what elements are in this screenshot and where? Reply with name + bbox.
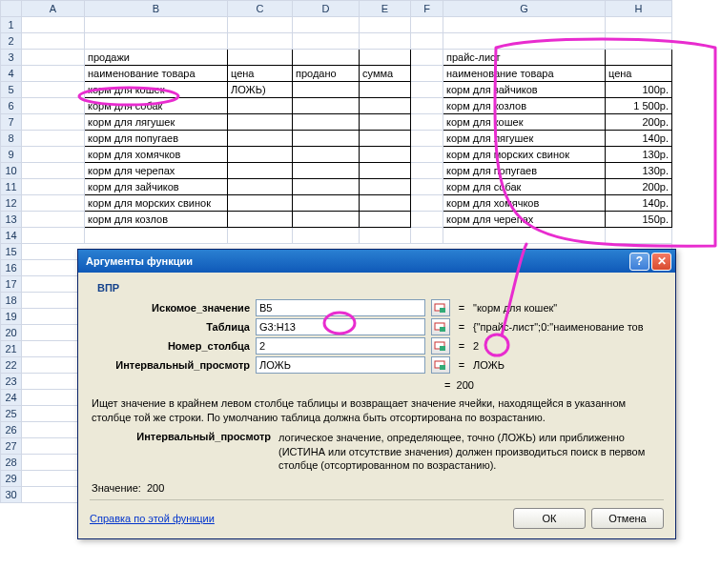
formula-result-row: = 200 xyxy=(90,379,664,391)
col-header-G[interactable]: G xyxy=(443,1,606,17)
cell-C5[interactable]: ЛОЖЬ) xyxy=(228,82,293,98)
close-button[interactable]: ✕ xyxy=(651,253,671,271)
cell-B5[interactable]: корм для кошек xyxy=(85,82,228,98)
svg-rect-7 xyxy=(440,365,445,370)
row-header[interactable]: 29 xyxy=(1,471,22,487)
arg4-input[interactable] xyxy=(256,356,425,374)
cell-H10[interactable]: 130р. xyxy=(606,163,672,179)
cell-G10[interactable]: корм для попугаев xyxy=(443,163,606,179)
cell-B11[interactable]: корм для зайчиков xyxy=(85,179,228,195)
cell-G7[interactable]: корм для кошек xyxy=(443,114,606,131)
arg3-result: 2 xyxy=(473,340,479,352)
cell-B9[interactable]: корм для хомячков xyxy=(85,147,228,163)
cell-G5[interactable]: корм для зайчиков xyxy=(443,82,606,98)
col-header-D[interactable]: D xyxy=(293,1,360,17)
row-header[interactable]: 26 xyxy=(1,422,22,438)
row-header[interactable]: 10 xyxy=(1,163,22,179)
row-header[interactable]: 21 xyxy=(1,341,22,357)
cell-G3[interactable]: прайс-лист xyxy=(443,50,606,66)
cell-G9[interactable]: корм для морских свинок xyxy=(443,147,606,163)
row-header[interactable]: 7 xyxy=(1,114,22,131)
help-button[interactable]: ? xyxy=(629,253,649,271)
col-header-B[interactable]: B xyxy=(85,1,228,17)
cell-E4[interactable]: сумма xyxy=(360,66,411,82)
cell-B7[interactable]: корм для лягушек xyxy=(85,114,228,131)
row-header[interactable]: 12 xyxy=(1,195,22,212)
arg2-ref-button[interactable] xyxy=(431,318,450,335)
function-arguments-dialog: Аргументы функции ? ✕ ВПР Искомое_значен… xyxy=(77,249,676,539)
cancel-button[interactable]: Отмена xyxy=(591,508,664,529)
row-header[interactable]: 30 xyxy=(1,487,22,503)
equals-icon: = xyxy=(456,340,467,352)
cell-H6[interactable]: 1 500р. xyxy=(606,98,672,114)
row-header[interactable]: 6 xyxy=(1,98,22,114)
arg3-ref-button[interactable] xyxy=(431,337,450,355)
dialog-titlebar[interactable]: Аргументы функции ? ✕ xyxy=(78,250,675,273)
col-header-H[interactable]: H xyxy=(606,1,672,17)
col-header-C[interactable]: C xyxy=(228,1,293,17)
cell-H11[interactable]: 200р. xyxy=(606,179,672,195)
row-header[interactable]: 23 xyxy=(1,374,22,390)
cell-G13[interactable]: корм для черепах xyxy=(443,212,606,228)
row-header[interactable]: 27 xyxy=(1,438,22,455)
arg1-ref-button[interactable] xyxy=(431,299,450,316)
cell-B6[interactable]: корм для собак xyxy=(85,98,228,114)
function-name: ВПР xyxy=(97,282,664,294)
cell-H5[interactable]: 100р. xyxy=(606,82,672,98)
cell-G6[interactable]: корм для козлов xyxy=(443,98,606,114)
value-line: Значение: 200 xyxy=(92,482,662,494)
row-header[interactable]: 19 xyxy=(1,309,22,325)
cell-B13[interactable]: корм для козлов xyxy=(85,212,228,228)
row-header[interactable]: 5 xyxy=(1,82,22,98)
cell-G8[interactable]: корм для лягушек xyxy=(443,131,606,147)
row-header[interactable]: 22 xyxy=(1,357,22,374)
arg2-label: Таблица xyxy=(90,321,250,333)
arg3-input[interactable] xyxy=(256,337,425,355)
cell-B10[interactable]: корм для черепах xyxy=(85,163,228,179)
row-header[interactable]: 24 xyxy=(1,390,22,406)
cell-B12[interactable]: корм для морских свинок xyxy=(85,195,228,212)
help-link[interactable]: Справка по этой функции xyxy=(90,513,507,524)
cell-B8[interactable]: корм для попугаев xyxy=(85,131,228,147)
arg1-input[interactable] xyxy=(256,299,425,316)
cell-G12[interactable]: корм для хомячков xyxy=(443,195,606,212)
row-header[interactable]: 1 xyxy=(1,17,22,33)
col-header-F[interactable]: F xyxy=(411,1,443,17)
row-header[interactable]: 15 xyxy=(1,244,22,260)
cell-G11[interactable]: корм для собак xyxy=(443,179,606,195)
row-header[interactable]: 20 xyxy=(1,325,22,341)
cell-H9[interactable]: 130р. xyxy=(606,147,672,163)
row-header[interactable]: 3 xyxy=(1,50,22,66)
row-header[interactable]: 17 xyxy=(1,276,22,293)
cell-B4[interactable]: наименование товара xyxy=(85,66,228,82)
cell-H8[interactable]: 140р. xyxy=(606,131,672,147)
row-header[interactable]: 18 xyxy=(1,293,22,309)
svg-rect-3 xyxy=(440,327,445,332)
cell-H4[interactable]: цена xyxy=(606,66,672,82)
arg2-input[interactable] xyxy=(256,318,425,335)
row-header[interactable]: 14 xyxy=(1,228,22,244)
arg4-ref-button[interactable] xyxy=(431,356,450,374)
cell-B3[interactable]: продажи xyxy=(85,50,228,66)
row-header[interactable]: 25 xyxy=(1,406,22,422)
cell-H13[interactable]: 150р. xyxy=(606,212,672,228)
ok-button[interactable]: ОК xyxy=(513,508,586,529)
cell-D4[interactable]: продано xyxy=(293,66,360,82)
cell-H12[interactable]: 140р. xyxy=(606,195,672,212)
row-header[interactable]: 4 xyxy=(1,66,22,82)
row-header[interactable]: 28 xyxy=(1,455,22,471)
row-header[interactable]: 9 xyxy=(1,147,22,163)
arg4-result: ЛОЖЬ xyxy=(473,359,505,371)
cell-C4[interactable]: цена xyxy=(228,66,293,82)
col-header-E[interactable]: E xyxy=(360,1,411,17)
row-header[interactable]: 8 xyxy=(1,131,22,147)
row-header[interactable]: 16 xyxy=(1,260,22,276)
equals-icon: = xyxy=(456,359,467,371)
cell-G4[interactable]: наименование товара xyxy=(443,66,606,82)
row-header[interactable]: 2 xyxy=(1,33,22,50)
row-header[interactable]: 11 xyxy=(1,179,22,195)
corner-cell[interactable] xyxy=(1,1,22,17)
cell-H7[interactable]: 200р. xyxy=(606,114,672,131)
row-header[interactable]: 13 xyxy=(1,212,22,228)
col-header-A[interactable]: A xyxy=(22,1,85,17)
